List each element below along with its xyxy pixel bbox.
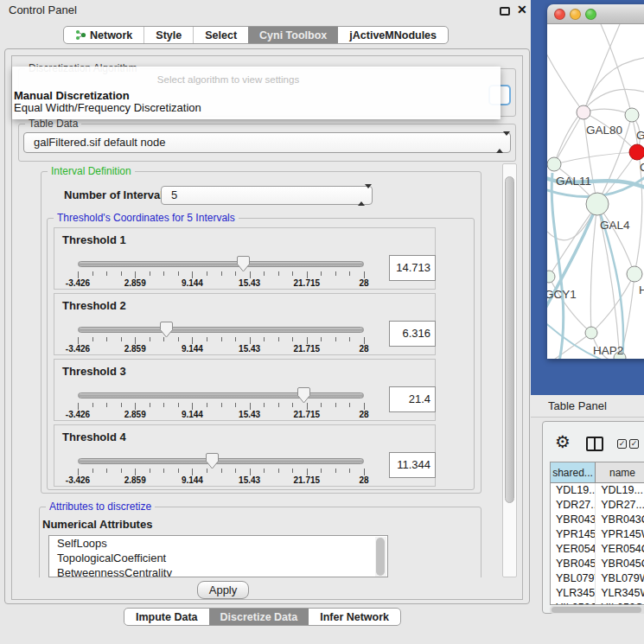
tick-mark	[121, 469, 122, 473]
table-row[interactable]: YIL052CYIL052C	[551, 601, 644, 605]
slider-track[interactable]	[78, 458, 364, 464]
list-scrollbar[interactable]	[375, 537, 386, 577]
tick-mark	[292, 403, 293, 407]
horizontal-scrollbar-thumb[interactable]	[552, 607, 641, 613]
threshold-value-field[interactable]: 6.316	[389, 321, 436, 347]
checkbox-icon[interactable]: ✓	[617, 439, 627, 449]
tick-mark	[207, 337, 207, 341]
table-row[interactable]: YER054CYER054C	[551, 542, 644, 557]
number-of-intervals-label: Number of Intervals	[64, 188, 169, 201]
cell-name: YDL19...	[596, 483, 644, 498]
numerical-attributes-list[interactable]: SelfLoopsTopologicalCoefficientBetweenne…	[48, 535, 388, 577]
table-data-combobox[interactable]: galFiltered.sif default node	[23, 132, 511, 153]
network-window-titlebar	[547, 4, 644, 24]
tab-select[interactable]: Select	[193, 27, 248, 43]
table-row[interactable]: YBR045CYBR045C	[551, 557, 644, 571]
combo-stepper-icon	[358, 188, 366, 201]
horizontal-scrollbar[interactable]	[550, 606, 644, 614]
tab-network[interactable]: Network	[64, 27, 143, 43]
numerical-attributes-label: Numerical Attributes	[42, 518, 152, 531]
dropdown-hint: Select algorithm to view settings	[73, 74, 384, 85]
cell-name: YIL052C	[596, 601, 644, 605]
table-row[interactable]: YLR345WYLR345W	[551, 586, 644, 601]
threshold-value-field[interactable]: 11.344	[389, 452, 436, 478]
table-row[interactable]: YBL079WYBL079W	[551, 571, 644, 586]
bottom-tab-impute-data[interactable]: Impute Data	[124, 609, 209, 625]
dropdown-option-equal-width-frequency-discretization[interactable]: Equal Width/Frequency Discretization	[14, 101, 201, 114]
tick-mark	[163, 403, 164, 407]
table-row[interactable]: YDL19...YDL19...	[551, 483, 644, 498]
table-row[interactable]: YBR043CYBR043C	[551, 513, 644, 527]
tick-mark	[221, 469, 222, 473]
network-edge	[590, 204, 597, 333]
slider-thumb[interactable]	[206, 453, 219, 473]
column-header-shared-name[interactable]: shared...	[551, 462, 596, 482]
tick-mark	[321, 469, 322, 473]
attribute-item-selfloops[interactable]: SelfLoops	[49, 536, 387, 551]
tick-label: -3.426	[52, 278, 104, 288]
attribute-item-betweennesscentrality[interactable]: BetweennessCentrality	[49, 565, 387, 577]
table-row[interactable]: YPR145WYPR145W	[551, 527, 644, 542]
slider-thumb[interactable]	[297, 387, 310, 407]
gear-icon[interactable]: ⚙	[555, 431, 571, 452]
threshold-value-field[interactable]: 14.713	[389, 255, 436, 281]
checkbox-icon[interactable]: ✓	[629, 439, 639, 449]
tab-style[interactable]: Style	[143, 27, 193, 43]
column-header-name[interactable]: name	[596, 462, 644, 482]
cell-name: YDR27...	[596, 498, 644, 513]
tick-mark	[264, 469, 265, 473]
network-edge	[583, 24, 620, 112]
zoom-traffic-light[interactable]	[585, 9, 596, 20]
slider-thumb[interactable]	[237, 256, 250, 276]
minimize-traffic-light[interactable]	[570, 9, 581, 20]
tab-jactivemnodules[interactable]: jActiveMNodules	[338, 27, 448, 43]
tick-mark	[250, 403, 251, 410]
algorithm-dropdown-popup: Select algorithm to view settings Manual…	[12, 67, 501, 119]
tick-mark	[192, 271, 193, 278]
tick-mark	[121, 337, 122, 341]
bottom-tab-discretize-data[interactable]: Discretize Data	[209, 609, 309, 625]
slider-track[interactable]	[78, 327, 364, 333]
slider-thumb[interactable]	[160, 322, 173, 341]
tab-cyni-toolbox[interactable]: Cyni Toolbox	[248, 27, 338, 43]
tick-mark	[78, 469, 79, 475]
tick-mark	[278, 403, 279, 407]
close-icon[interactable]: ✕	[517, 3, 527, 16]
tick-mark	[321, 403, 322, 407]
bottom-tab-infer-network[interactable]: Infer Network	[309, 609, 400, 625]
apply-button[interactable]: Apply	[197, 581, 249, 599]
number-of-intervals-combobox[interactable]: 5	[161, 186, 373, 205]
split-columns-icon[interactable]	[586, 437, 603, 451]
list-scrollbar-thumb[interactable]	[376, 538, 385, 576]
tick-mark	[292, 337, 293, 341]
discretize-tab-page: Discretization Algorithm Table Data galF…	[11, 55, 523, 600]
tick-mark	[106, 337, 107, 341]
tick-mark	[221, 337, 222, 341]
vertical-scrollbar[interactable]	[502, 163, 517, 577]
attribute-item-topologicalcoefficient[interactable]: TopologicalCoefficient	[49, 551, 387, 565]
combo-stepper-icon	[496, 136, 504, 149]
slider-track[interactable]	[78, 392, 364, 399]
tick-mark	[106, 403, 107, 407]
threshold-box-3: Threshold 3-3.4262.8599.14415.4321.71528…	[54, 359, 436, 421]
cell-shared-name: YDL19...	[551, 483, 596, 498]
cell-shared-name: YPR145W	[551, 527, 596, 542]
close-traffic-light[interactable]	[554, 9, 565, 20]
tick-mark	[349, 403, 350, 407]
float-panel-icon[interactable]	[500, 7, 510, 16]
network-icon	[75, 29, 86, 41]
tick-mark	[106, 271, 107, 276]
network-canvas[interactable]: GAL80GACGAL11GAL4GCY1HHAP2	[547, 24, 644, 359]
network-view-window[interactable]: GAL80GACGAL11GAL4GCY1HHAP2	[547, 4, 644, 359]
table-row[interactable]: YDR27...YDR27...	[551, 498, 644, 513]
bottom-tab-impute-data-label: Impute Data	[136, 611, 198, 623]
vertical-scrollbar-thumb[interactable]	[505, 176, 514, 503]
threshold-value-field[interactable]: 21.4	[389, 386, 436, 412]
cell-name: YBR045C	[596, 557, 644, 571]
tick-mark	[135, 403, 136, 410]
tick-label: 9.144	[166, 278, 218, 288]
tick-mark	[278, 271, 279, 276]
tick-mark	[250, 337, 251, 344]
slider-track[interactable]	[78, 261, 364, 267]
dropdown-option-manual-discretization[interactable]: Manual Discretization	[14, 89, 130, 102]
